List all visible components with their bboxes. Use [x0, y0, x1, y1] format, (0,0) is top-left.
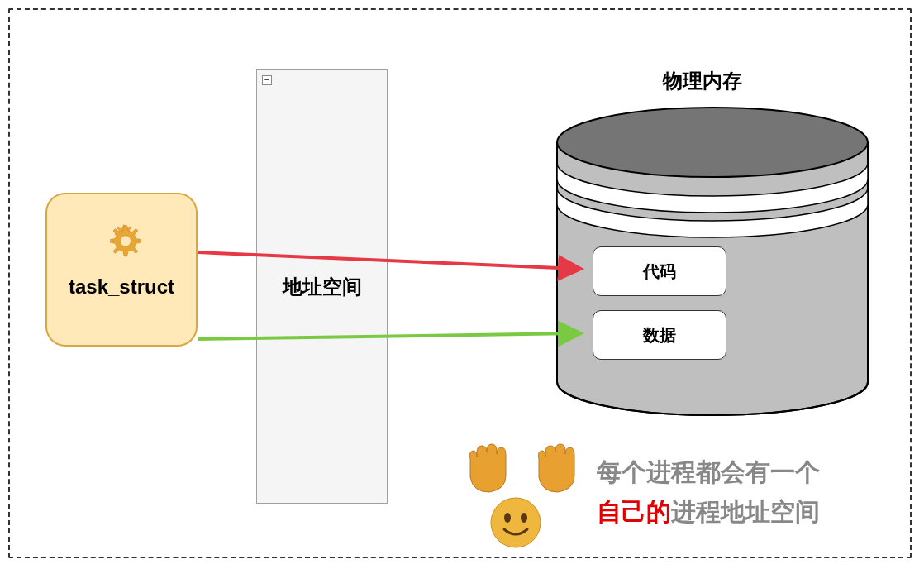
svg-point-8 [504, 513, 511, 523]
svg-line-4 [198, 252, 578, 269]
task-struct-box: task_struct [45, 193, 198, 347]
svg-point-7 [491, 498, 541, 547]
bottom-text-line1: 每个进程都会有一个 [597, 452, 820, 492]
code-box: 代码 [593, 246, 726, 296]
svg-line-6 [198, 333, 578, 339]
emoji-group [448, 440, 584, 556]
svg-point-9 [521, 513, 527, 523]
bottom-text-line2: 自己的进程地址空间 [597, 492, 820, 532]
physical-memory-label: 物理内存 [663, 68, 742, 94]
address-space-box: − 地址空间 [256, 69, 388, 504]
data-box: 数据 [593, 310, 726, 360]
arrow-red [198, 244, 594, 285]
raised-hand-icon [539, 444, 575, 492]
bottom-text-line2-red: 自己的 [597, 498, 671, 525]
code-label: 代码 [643, 261, 676, 283]
task-struct-label: task_struct [69, 275, 174, 299]
arrow-green [198, 318, 594, 351]
collapse-icon: − [262, 75, 272, 85]
bottom-text: 每个进程都会有一个 自己的进程地址空间 [597, 452, 820, 532]
gear-icon [93, 209, 150, 267]
svg-point-1 [120, 236, 131, 246]
raised-hand-icon [470, 444, 507, 492]
svg-point-2 [557, 108, 868, 177]
smiley-face-icon [491, 498, 541, 547]
data-label: 数据 [643, 324, 676, 347]
bottom-text-line2-gray: 进程地址空间 [671, 498, 820, 525]
diagram-container: task_struct − 地址空间 物理内存 代码 数据 [8, 8, 912, 558]
